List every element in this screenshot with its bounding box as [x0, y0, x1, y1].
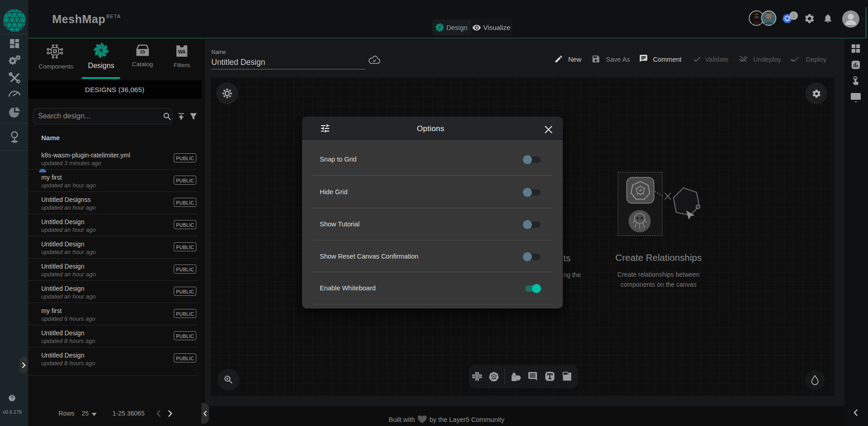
svg-text:WA: WA [178, 49, 186, 54]
svg-text:1: 1 [792, 12, 795, 19]
